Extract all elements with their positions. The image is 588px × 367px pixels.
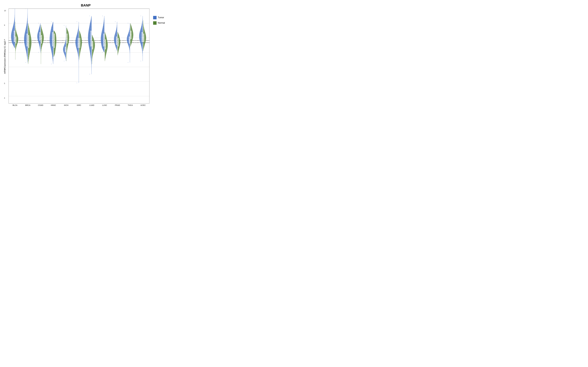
svg-rect-69 (30, 40, 30, 41)
svg-rect-13 (13, 37, 13, 38)
svg-rect-279 (106, 47, 107, 47)
svg-rect-20 (14, 23, 14, 23)
svg-rect-417 (115, 50, 115, 51)
svg-rect-397 (143, 23, 143, 24)
svg-rect-174 (68, 40, 68, 40)
svg-rect-86 (38, 38, 39, 39)
svg-rect-241 (93, 47, 94, 47)
svg-rect-354 (132, 33, 132, 33)
svg-rect-390 (145, 35, 145, 35)
chart-body: mRNA Expression (RNASeq V2, log2) 456789… (1, 8, 170, 106)
svg-rect-49 (26, 37, 26, 37)
svg-rect-358 (131, 28, 131, 28)
svg-rect-351 (132, 37, 132, 37)
violin-group-THCA (127, 23, 133, 63)
svg-rect-73 (29, 32, 29, 32)
svg-rect-62 (29, 55, 29, 56)
svg-rect-301 (116, 34, 116, 34)
svg-rect-44 (27, 51, 27, 51)
svg-rect-350 (132, 38, 132, 38)
legend: Tumor Normal (151, 8, 170, 106)
svg-rect-199 (79, 52, 80, 52)
svg-rect-141 (55, 44, 55, 44)
x-tick-label: BRCA (21, 104, 34, 106)
svg-rect-29 (16, 45, 16, 46)
chart-container: BANP mRNA Expression (RNASeq V2, log2) 4… (1, 1, 170, 106)
violin-group-KICH (63, 25, 69, 61)
svg-rect-394 (143, 28, 144, 28)
svg-rect-375 (142, 28, 142, 28)
svg-rect-365 (142, 51, 143, 52)
svg-rect-277 (106, 50, 106, 50)
svg-rect-90 (39, 32, 39, 33)
x-tick-label: HNSC (47, 104, 60, 106)
svg-rect-311 (118, 53, 118, 53)
svg-rect-200 (80, 50, 80, 50)
y-tick-label: 4 (4, 97, 5, 99)
svg-rect-246 (93, 39, 93, 40)
svg-rect-220 (91, 50, 91, 50)
svg-rect-300 (115, 35, 116, 36)
svg-rect-38 (15, 27, 16, 28)
svg-rect-124 (51, 37, 51, 37)
x-tick-label: THCA (124, 104, 137, 106)
svg-rect-239 (93, 50, 94, 50)
svg-rect-379 (142, 32, 143, 42)
svg-rect-284 (106, 40, 106, 40)
svg-rect-135 (54, 52, 54, 53)
svg-rect-83 (39, 43, 40, 43)
violin-group-COAD (37, 23, 44, 64)
svg-rect-408 (64, 25, 64, 25)
svg-rect-384 (144, 44, 144, 44)
svg-rect-80 (40, 48, 40, 48)
svg-rect-116 (52, 55, 53, 55)
svg-rect-19 (14, 25, 14, 25)
svg-rect-82 (40, 44, 40, 45)
svg-rect-178 (67, 33, 67, 33)
svg-rect-156 (65, 53, 65, 54)
svg-rect-211 (80, 33, 80, 34)
y-tick-label: 7 (4, 53, 5, 55)
svg-rect-14 (13, 35, 14, 36)
svg-rect-101 (42, 45, 42, 45)
svg-rect-412 (90, 16, 90, 16)
svg-rect-327 (118, 33, 118, 33)
svg-rect-281 (106, 44, 106, 44)
svg-rect-359 (131, 27, 131, 27)
svg-rect-215 (91, 65, 92, 65)
svg-rect-92 (39, 29, 40, 29)
svg-rect-161 (65, 44, 66, 44)
svg-rect-105 (43, 37, 43, 37)
svg-rect-118 (52, 50, 52, 51)
svg-rect-236 (92, 55, 93, 55)
svg-rect-361 (130, 24, 131, 25)
svg-rect-322 (119, 39, 119, 39)
svg-rect-217 (91, 59, 91, 59)
svg-rect-171 (67, 45, 67, 45)
svg-rect-113 (53, 62, 53, 62)
svg-rect-11 (13, 42, 13, 42)
svg-rect-419 (128, 62, 128, 63)
svg-rect-340 (130, 29, 130, 29)
svg-rect-36 (16, 32, 16, 32)
svg-rect-286 (105, 36, 106, 37)
svg-rect-150 (54, 32, 54, 32)
svg-rect-294 (116, 44, 116, 45)
svg-rect-56 (27, 17, 28, 17)
violin-group-BRCA (24, 9, 31, 64)
svg-rect-126 (52, 33, 52, 33)
svg-rect-332 (129, 46, 129, 46)
x-tick-label: LUAD (85, 104, 98, 106)
svg-rect-299 (115, 37, 116, 37)
svg-rect-276 (106, 52, 106, 52)
svg-rect-325 (118, 35, 119, 36)
svg-rect-266 (104, 22, 104, 22)
x-tick-label: UCEC (137, 104, 149, 106)
svg-rect-387 (145, 40, 145, 40)
svg-rect-302 (116, 32, 116, 33)
svg-rect-168 (67, 50, 67, 50)
svg-rect-10 (13, 44, 14, 44)
svg-rect-201 (80, 49, 80, 49)
svg-rect-16 (13, 31, 14, 32)
svg-rect-195 (79, 58, 79, 58)
